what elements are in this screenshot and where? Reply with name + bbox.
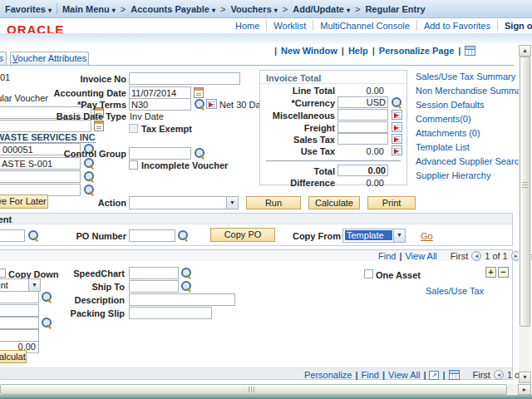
currency-lookup-icon[interactable]	[391, 96, 401, 107]
accounting-date-input[interactable]	[129, 86, 191, 99]
worksheet-id-input[interactable]	[0, 229, 25, 242]
miscellaneous-input[interactable]	[337, 109, 388, 121]
sign-out-link[interactable]: Sign out	[505, 21, 532, 31]
personalize-layout-icon[interactable]	[465, 46, 475, 56]
worksheet-lookup-icon[interactable]	[27, 229, 38, 240]
line-field-4-input[interactable]	[0, 329, 39, 342]
first-label[interactable]: First	[473, 370, 490, 380]
calculate-button[interactable]: Calculate	[308, 196, 360, 209]
calendar-icon[interactable]	[194, 87, 204, 98]
multichannel-console-link[interactable]: MultiChannel Console	[320, 21, 410, 31]
chevron-down-icon[interactable]	[28, 279, 40, 291]
line-calculate-button[interactable]: Calculate	[0, 350, 27, 363]
attachments-link[interactable]: Attachments (0)	[416, 128, 480, 138]
tab-partial[interactable]: s	[0, 52, 7, 65]
breadcrumb-item-vouchers[interactable]: Vouchers	[230, 4, 277, 14]
pay-terms-detail-icon[interactable]	[206, 99, 217, 109]
invoice-no-input[interactable]	[129, 72, 240, 85]
po-number-input[interactable]	[129, 229, 175, 242]
control-group-input[interactable]	[129, 147, 191, 160]
sales-tax-detail-icon[interactable]	[392, 134, 402, 144]
breadcrumb-main-menu[interactable]: Main Menu	[62, 4, 116, 14]
separator	[355, 370, 357, 380]
personalize-page-link[interactable]: Personalize Page	[379, 46, 455, 56]
tax-exempt-checkbox[interactable]	[129, 124, 138, 133]
ship-to-lookup-icon[interactable]	[180, 280, 191, 291]
use-tax-detail-icon[interactable]	[392, 145, 402, 155]
currency-input[interactable]	[337, 96, 388, 108]
save-for-later-button[interactable]: Save For Later	[0, 195, 48, 209]
print-button[interactable]: Print	[367, 196, 416, 209]
find-link[interactable]: Find	[362, 370, 379, 380]
advanced-supplier-search-link[interactable]: Advanced Supplier Search	[416, 156, 524, 166]
supplier-address-lookup-icon[interactable]	[83, 184, 94, 195]
line-field-1-input[interactable]	[0, 291, 39, 303]
action-select[interactable]	[129, 196, 239, 209]
line-field-3-input[interactable]	[0, 317, 39, 329]
incomplete-voucher-checkbox[interactable]	[129, 160, 138, 170]
previous-row-icon[interactable]	[494, 370, 504, 380]
delete-row-button[interactable]: −	[498, 267, 509, 278]
non-merchandise-summary-link[interactable]: Non Merchandise Summary	[416, 86, 529, 96]
first-label[interactable]: First	[451, 251, 468, 261]
scroll-up-button[interactable]: ▲	[519, 45, 531, 57]
add-row-button[interactable]: +	[485, 267, 496, 278]
miscellaneous-detail-icon[interactable]	[392, 110, 402, 120]
tab-voucher-attributes[interactable]: Voucher Attributes	[10, 52, 89, 65]
one-asset-checkbox[interactable]	[364, 269, 373, 278]
sales-use-tax-link[interactable]: Sales/Use Tax	[426, 286, 484, 296]
pay-terms-input[interactable]	[129, 98, 191, 111]
scroll-right-button[interactable]: ►	[518, 384, 531, 395]
grid-view-icon[interactable]	[449, 370, 460, 380]
speedchart-lookup-icon[interactable]	[180, 267, 191, 278]
copy-po-button[interactable]: Copy PO	[210, 228, 275, 242]
copy-down-checkbox[interactable]	[0, 268, 6, 278]
supplier-shortname-input[interactable]	[0, 157, 81, 170]
freight-input[interactable]	[337, 121, 388, 133]
breadcrumb-item-add-update[interactable]: Add/Update	[293, 4, 350, 14]
speedchart-input[interactable]	[129, 267, 179, 279]
chevron-down-icon[interactable]	[393, 229, 405, 242]
go-link[interactable]: Go	[421, 231, 433, 241]
help-link[interactable]: Help	[348, 46, 368, 56]
packing-slip-input[interactable]	[129, 307, 212, 319]
sales-tax-input[interactable]	[337, 133, 388, 145]
copy-from-select[interactable]: Template	[342, 229, 406, 243]
find-link[interactable]: Find	[378, 251, 396, 261]
description-input[interactable]	[129, 293, 235, 306]
breadcrumb-item-accounts-payable[interactable]: Accounts Payable	[131, 4, 215, 14]
worklist-link[interactable]: Worklist	[273, 21, 306, 31]
run-button[interactable]: Run	[246, 196, 301, 209]
vertical-scroll-thumb[interactable]	[520, 57, 530, 327]
sales-use-tax-summary-link[interactable]: Sales/Use Tax Summary	[416, 71, 515, 81]
po-number-lookup-icon[interactable]	[177, 229, 188, 240]
supplier-location-input[interactable]	[0, 170, 81, 183]
view-all-link[interactable]: View All	[405, 251, 436, 261]
pay-terms-lookup-icon[interactable]	[194, 98, 204, 109]
distribute-by-select[interactable]: Amount	[0, 278, 41, 292]
supplier-location-lookup-icon[interactable]	[83, 170, 94, 181]
breadcrumb-favorites[interactable]: Favorites	[5, 4, 52, 14]
freight-detail-icon[interactable]	[392, 122, 402, 132]
new-window-link[interactable]: New Window	[281, 46, 337, 56]
previous-row-icon[interactable]	[471, 251, 481, 261]
supplier-hierarchy-link[interactable]: Supplier Hierarchy	[416, 170, 490, 180]
ship-to-input[interactable]	[129, 280, 179, 293]
add-to-favorites-link[interactable]: Add to Favorites	[424, 21, 490, 31]
invoice-received-input[interactable]	[0, 120, 91, 132]
horizontal-scroll-thumb[interactable]	[0, 384, 507, 395]
session-defaults-link[interactable]: Session Defaults	[416, 100, 485, 110]
calendar-icon[interactable]	[94, 121, 104, 131]
home-link[interactable]: Home	[235, 21, 259, 31]
chevron-down-icon[interactable]	[226, 197, 238, 209]
view-all-link[interactable]: View All	[388, 370, 420, 380]
personalize-link[interactable]: Personalize	[304, 370, 352, 380]
line-field-2-input[interactable]	[0, 304, 39, 317]
comments-link[interactable]: Comments(0)	[416, 114, 471, 124]
template-list-link[interactable]: Template List	[416, 142, 470, 152]
control-group-lookup-icon[interactable]	[194, 147, 204, 158]
supplier-name-link[interactable]: WASTE SERVICES INC	[0, 132, 96, 143]
total-input[interactable]	[337, 165, 388, 176]
scroll-down-button[interactable]: ▼	[519, 372, 531, 383]
popup-window-icon[interactable]	[429, 371, 439, 380]
